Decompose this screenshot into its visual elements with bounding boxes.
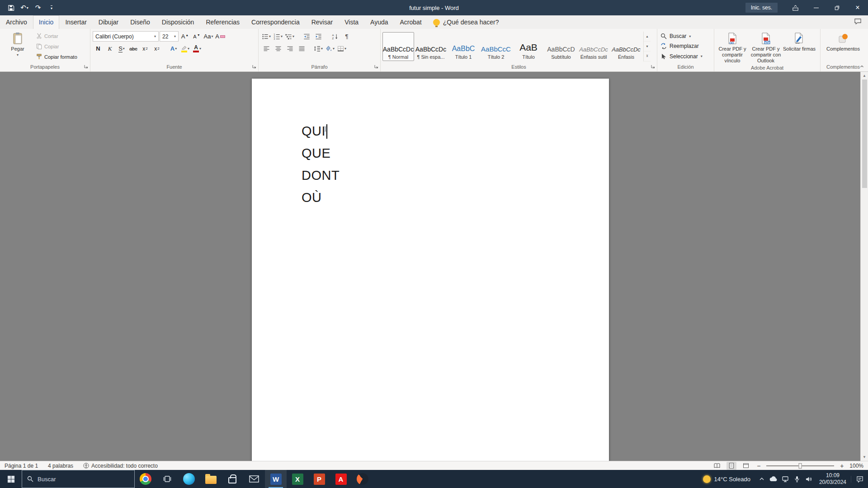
undo-button[interactable]: ↶▾: [18, 1, 31, 14]
taskbar-app-browser[interactable]: [352, 470, 373, 488]
scroll-up-button[interactable]: ▲: [861, 72, 868, 80]
font-size-combobox[interactable]: 22 ▾: [160, 31, 179, 42]
decrease-indent-button[interactable]: [301, 31, 312, 42]
show-marks-button[interactable]: ¶: [341, 31, 352, 42]
style-subtitle[interactable]: AaBbCcD Subtítulo: [545, 32, 577, 61]
collapse-ribbon-button[interactable]: [859, 64, 865, 69]
borders-button[interactable]: ▾: [336, 43, 347, 54]
addins-button[interactable]: Complementos: [824, 30, 863, 62]
shading-button[interactable]: ▾: [325, 43, 335, 54]
strikethrough-button[interactable]: abc: [128, 43, 139, 54]
text-effects-button[interactable]: A▾: [168, 43, 179, 54]
create-pdf-share-link-button[interactable]: Crear PDF y compartir vínculo: [716, 30, 749, 64]
restore-button[interactable]: [826, 0, 847, 15]
tab-correspondencia[interactable]: Correspondencia: [245, 15, 306, 29]
taskbar-app-store[interactable]: [222, 470, 243, 488]
sort-button[interactable]: AZ: [330, 31, 340, 42]
align-center-button[interactable]: [273, 43, 283, 54]
italic-button[interactable]: K: [104, 43, 115, 54]
zoom-level[interactable]: 100%: [849, 463, 863, 469]
numbering-button[interactable]: 123 ▾: [273, 31, 283, 42]
save-button[interactable]: [5, 1, 17, 14]
styles-scroll-up-button[interactable]: ▲: [644, 32, 651, 42]
highlight-color-button[interactable]: ▾: [180, 43, 191, 54]
tell-me-box[interactable]: ¿Qué desea hacer?: [428, 15, 505, 29]
superscript-button[interactable]: x2: [151, 43, 162, 54]
taskbar-search-box[interactable]: [22, 470, 135, 488]
zoom-in-button[interactable]: +: [839, 462, 845, 469]
network-tray-icon[interactable]: [779, 470, 791, 488]
web-layout-button[interactable]: [741, 462, 751, 470]
increase-indent-button[interactable]: [313, 31, 324, 42]
align-left-button[interactable]: [261, 43, 272, 54]
taskbar-app-mail[interactable]: [243, 470, 265, 488]
style-emphasis[interactable]: AaBbCcDc Énfasis: [610, 32, 642, 61]
style-no-spacing[interactable]: AaBbCcDc ¶ Sin espa...: [415, 32, 447, 61]
zoom-slider-thumb[interactable]: [799, 463, 802, 469]
search-input[interactable]: [38, 476, 129, 483]
weather-widget[interactable]: 14°C Soleado: [698, 475, 756, 483]
clear-formatting-button[interactable]: A: [215, 31, 226, 42]
volume-tray-icon[interactable]: [803, 470, 815, 488]
change-case-button[interactable]: Aa▾: [203, 31, 214, 42]
copy-button[interactable]: Copiar: [35, 42, 88, 51]
format-painter-button[interactable]: Copiar formato: [35, 52, 88, 61]
multilevel-list-button[interactable]: ▾: [284, 31, 295, 42]
task-view-button[interactable]: [156, 470, 178, 488]
tab-acrobat[interactable]: Acrobat: [394, 15, 428, 29]
read-mode-button[interactable]: [712, 462, 722, 470]
action-center-button[interactable]: [851, 476, 868, 483]
styles-scroll-down-button[interactable]: ▼: [644, 42, 651, 52]
tab-disposicion[interactable]: Disposición: [156, 15, 200, 29]
taskbar-app-excel[interactable]: X: [287, 470, 308, 488]
redo-button[interactable]: ↷: [32, 1, 44, 14]
replace-button[interactable]: Reemplazar: [660, 42, 711, 51]
request-signatures-button[interactable]: Solicitar firmas: [783, 30, 816, 64]
justify-button[interactable]: [296, 43, 307, 54]
taskbar-app-word[interactable]: W: [265, 470, 287, 488]
taskbar-app-file-explorer[interactable]: [200, 470, 222, 488]
grow-font-button[interactable]: A▲: [179, 31, 190, 42]
style-normal[interactable]: AaBbCcDc ¶ Normal: [382, 32, 414, 61]
tab-archivo[interactable]: Archivo: [0, 15, 33, 29]
styles-dialog-launcher[interactable]: [650, 64, 656, 69]
style-title[interactable]: AaB Título: [513, 32, 544, 61]
taskbar-app-powerpoint[interactable]: P: [308, 470, 330, 488]
bullets-button[interactable]: ▾: [261, 31, 272, 42]
microphone-tray-icon[interactable]: [791, 470, 803, 488]
font-name-combobox[interactable]: Calibri (Cuerpo) ▾: [93, 31, 159, 42]
align-right-button[interactable]: [284, 43, 295, 54]
show-hidden-icons-button[interactable]: [756, 470, 768, 488]
create-pdf-outlook-button[interactable]: Crear PDF y compartir con Outlook: [749, 30, 783, 64]
tab-revisar[interactable]: Revisar: [306, 15, 339, 29]
tab-inicio[interactable]: Inicio: [33, 15, 60, 29]
clipboard-dialog-launcher[interactable]: [83, 64, 89, 69]
font-dialog-launcher[interactable]: [251, 64, 257, 69]
minimize-button[interactable]: [806, 0, 826, 15]
accessibility-status[interactable]: Accesibilidad: todo correcto: [83, 463, 158, 469]
taskbar-clock[interactable]: 10:09 20/03/2024: [815, 472, 851, 486]
find-button[interactable]: Buscar ▾: [660, 32, 711, 41]
shrink-font-button[interactable]: A▼: [191, 31, 202, 42]
styles-gallery-expand-button[interactable]: ⊻: [644, 52, 651, 61]
document-page[interactable]: QUI QUE DONT OÙ I: [252, 79, 609, 461]
tab-vista[interactable]: Vista: [339, 15, 364, 29]
underline-button[interactable]: S▾: [116, 43, 127, 54]
tab-diseno[interactable]: Diseño: [124, 15, 156, 29]
customize-qat-button[interactable]: ▾: [45, 1, 58, 14]
start-button[interactable]: [0, 470, 22, 488]
taskbar-app-acrobat[interactable]: A: [330, 470, 352, 488]
vertical-scrollbar[interactable]: ▲ ▼: [860, 72, 868, 461]
cut-button[interactable]: Cortar: [35, 31, 88, 41]
font-color-button[interactable]: A ▾: [192, 43, 203, 54]
line-spacing-button[interactable]: ▾: [313, 43, 324, 54]
print-layout-button[interactable]: [726, 462, 736, 470]
page-indicator[interactable]: Página 1 de 1: [5, 463, 38, 469]
zoom-slider[interactable]: [766, 465, 834, 466]
sign-in-button[interactable]: Inic. ses.: [745, 3, 778, 13]
taskbar-app-chrome[interactable]: [135, 470, 156, 488]
paste-button[interactable]: Pegar ▾: [1, 30, 34, 62]
select-button[interactable]: Seleccionar ▾: [660, 52, 711, 61]
comments-button[interactable]: [854, 18, 862, 25]
tab-referencias[interactable]: Referencias: [200, 15, 245, 29]
